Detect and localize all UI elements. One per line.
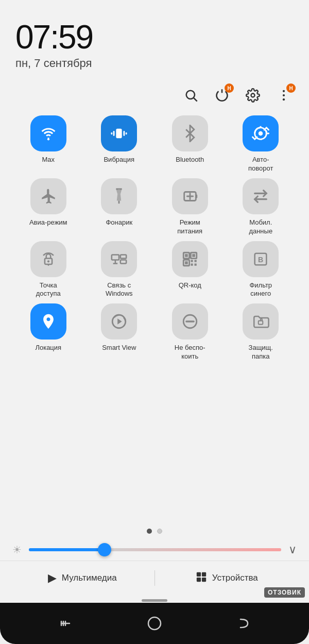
flashlight-label: Фонарик (106, 218, 132, 227)
toggle-wifi[interactable]: Max (15, 115, 81, 173)
svg-rect-46 (197, 578, 201, 582)
bluefilter-icon-bg: B (243, 241, 279, 277)
svg-rect-47 (202, 578, 206, 582)
pagination-dot-1[interactable] (147, 529, 152, 534)
toggle-smartview[interactable]: Smart View (87, 303, 152, 361)
settings-button[interactable] (243, 86, 263, 105)
power-button[interactable]: H (212, 86, 232, 105)
toggle-autorotate[interactable]: Авто-поворот (228, 115, 294, 173)
top-section: 07:59 пн, 7 сентября (0, 0, 309, 80)
svg-point-0 (186, 91, 195, 99)
pagination-dot-2[interactable] (157, 529, 162, 534)
dnd-label: Не беспо-коить (169, 344, 211, 361)
wifi-label: Max (42, 156, 55, 164)
toggle-bluetooth[interactable]: Bluetooth (157, 115, 223, 173)
svg-point-5 (283, 98, 285, 100)
svg-rect-43 (259, 321, 263, 325)
nav-bar (0, 603, 309, 644)
back-button[interactable] (53, 611, 78, 636)
hotspot-icon-bg (30, 241, 66, 277)
notification-panel: 07:59 пн, 7 сентября H (0, 0, 309, 644)
toggle-securefolder[interactable]: Защищ. папка (228, 303, 294, 361)
svg-rect-45 (202, 572, 206, 577)
location-icon-bg (30, 303, 66, 340)
media-button[interactable]: ▶ Мультимедиа (10, 567, 154, 589)
devices-label: Устройства (212, 573, 258, 583)
toggle-mobiledata[interactable]: Мобил. данные (228, 178, 294, 236)
more-badge: H (286, 83, 296, 93)
recent-button[interactable] (231, 611, 256, 636)
svg-rect-44 (197, 572, 201, 577)
airplane-icon-bg (30, 178, 66, 214)
power-badge: H (225, 83, 234, 93)
autorotate-label: Авто-поворот (240, 156, 281, 173)
securefolder-label: Защищ. папка (240, 344, 281, 361)
securefolder-icon-bg (243, 303, 279, 340)
svg-rect-32 (185, 261, 188, 264)
autorotate-icon-bg (243, 115, 279, 151)
watermark: ОТЗОВИК (264, 587, 305, 598)
mobiledata-icon-bg (243, 178, 279, 214)
nav-pill (142, 599, 167, 602)
slider-track (29, 548, 281, 551)
svg-rect-17 (196, 194, 197, 198)
windows-label: Связь с Windows (98, 281, 140, 299)
toggle-location[interactable]: Локация (15, 303, 81, 361)
svg-point-6 (47, 138, 49, 140)
toggle-vibration[interactable]: Вибрация (87, 115, 152, 173)
dnd-icon-bg (172, 303, 208, 340)
bluetooth-icon-bg (172, 115, 208, 151)
toggle-hotspot[interactable]: Точка доступа (15, 241, 81, 299)
battery-label: Режим питания (169, 218, 211, 236)
svg-point-4 (283, 94, 285, 96)
brightness-low-icon: ☀ (12, 544, 22, 556)
svg-rect-33 (191, 260, 193, 262)
brightness-expand-icon[interactable]: ∨ (288, 543, 297, 556)
bluetooth-label: Bluetooth (176, 156, 204, 164)
toggle-dnd[interactable]: Не беспо-коить (157, 303, 223, 361)
slider-right (105, 548, 281, 551)
hotspot-label: Точка доступа (28, 281, 69, 299)
slider-thumb[interactable] (98, 543, 111, 556)
date-display: пн, 7 сентября (15, 57, 294, 70)
svg-point-3 (283, 90, 285, 92)
svg-point-52 (148, 617, 161, 630)
battery-icon-bg (172, 178, 208, 214)
airplane-label: Авиа-режим (29, 218, 67, 227)
location-label: Локация (35, 344, 61, 352)
toggle-qrcode[interactable]: QR-код (157, 241, 223, 299)
pagination (0, 521, 309, 539)
toggle-airplane[interactable]: Авиа-режим (15, 178, 81, 236)
svg-point-15 (117, 196, 121, 199)
devices-icon (196, 571, 207, 585)
svg-point-11 (259, 131, 263, 136)
devices-button[interactable]: Устройства (155, 567, 299, 589)
toggles-section: Max Вибрация (0, 110, 309, 521)
home-button[interactable] (142, 611, 167, 636)
svg-rect-23 (121, 255, 126, 258)
flashlight-icon-bg (101, 178, 137, 214)
toggle-bluefilter[interactable]: B Фильтр синего (228, 241, 294, 299)
svg-rect-30 (192, 254, 195, 257)
vibration-icon-bg (101, 115, 137, 151)
toggle-battery[interactable]: Режим питания (157, 178, 223, 236)
mobiledata-label: Мобил. данные (240, 218, 281, 236)
toggle-windows[interactable]: Связь с Windows (87, 241, 152, 299)
svg-rect-28 (185, 254, 188, 257)
header-icons-row: H H (0, 80, 309, 110)
slider-fill (29, 548, 105, 551)
qrcode-icon-bg (172, 241, 208, 277)
vibration-label: Вибрация (104, 156, 134, 164)
brightness-slider[interactable] (29, 548, 281, 551)
svg-rect-36 (194, 263, 196, 265)
svg-rect-34 (194, 260, 196, 262)
wifi-icon-bg (30, 115, 66, 151)
search-button[interactable] (181, 86, 201, 105)
smartview-icon-bg (101, 303, 137, 340)
svg-marker-40 (117, 319, 122, 325)
svg-line-1 (194, 98, 197, 101)
qrcode-label: QR-код (179, 281, 201, 290)
more-button[interactable]: H (274, 86, 294, 105)
toggle-flashlight[interactable]: Фонарик (87, 178, 152, 236)
toggles-grid: Max Вибрация (10, 115, 299, 361)
